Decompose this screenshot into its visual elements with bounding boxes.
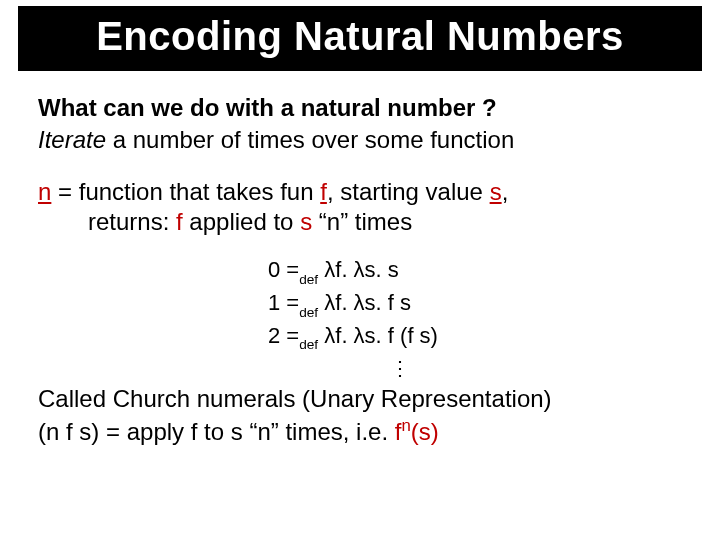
footer-fn-tail: (s): [411, 418, 439, 445]
lambda-def-2-lhs: 2 =: [268, 323, 299, 348]
lambda-def-1-sub: def: [299, 305, 318, 320]
footer-line1: Called Church numerals (Unary Representa…: [38, 383, 682, 414]
def-part1c: ,: [502, 178, 509, 205]
slide-body: What can we do with a natural number ? I…: [0, 71, 720, 353]
def-part2a: returns:: [88, 208, 176, 235]
lambda-def-0-lhs: 0 =: [268, 257, 299, 282]
slide-title: Encoding Natural Numbers: [18, 6, 702, 71]
intro-question: What can we do with a natural number ?: [38, 93, 682, 123]
lambda-def-1-lhs: 1 =: [268, 290, 299, 315]
footer-l2a: (n f s) = apply f to s “n” times, i.e.: [38, 418, 395, 445]
def-part1b: , starting value: [327, 178, 490, 205]
def-line2: returns: f applied to s “n” times: [38, 207, 682, 237]
lambda-def-0: 0 =def λf. λs. s: [268, 255, 682, 288]
footer-fn-sup: n: [401, 416, 410, 435]
lambda-def-2: 2 =def λf. λs. f (f s): [268, 321, 682, 354]
footer-line2: (n f s) = apply f to s “n” times, i.e. f…: [38, 415, 682, 447]
def-s2: s: [300, 208, 312, 235]
def-part2c: “n” times: [312, 208, 412, 235]
intro-answer-rest: a number of times over some function: [106, 126, 514, 153]
intro-answer: Iterate a number of times over some func…: [38, 125, 682, 155]
def-s1: s: [490, 178, 502, 205]
definition-block: n = function that takes fun f, starting …: [38, 177, 682, 237]
lambda-def-0-rhs: λf. λs. s: [318, 257, 399, 282]
def-f1: f: [320, 178, 327, 205]
def-part2b: applied to: [183, 208, 300, 235]
intro-answer-italic: Iterate: [38, 126, 106, 153]
slide: Encoding Natural Numbers What can we do …: [0, 6, 720, 540]
lambda-def-1: 1 =def λf. λs. f s: [268, 288, 682, 321]
def-f2: f: [176, 208, 183, 235]
lambda-defs: 0 =def λf. λs. s 1 =def λf. λs. f s 2 =d…: [38, 255, 682, 353]
def-n: n: [38, 178, 51, 205]
lambda-def-2-sub: def: [299, 337, 318, 352]
vertical-ellipsis: ⋮: [0, 359, 720, 377]
lambda-def-0-sub: def: [299, 272, 318, 287]
lambda-def-2-rhs: λf. λs. f (f s): [318, 323, 438, 348]
lambda-def-1-rhs: λf. λs. f s: [318, 290, 411, 315]
def-part1a: = function that takes fun: [51, 178, 320, 205]
footer-block: Called Church numerals (Unary Representa…: [0, 383, 720, 446]
def-line1: n = function that takes fun f, starting …: [38, 177, 682, 207]
